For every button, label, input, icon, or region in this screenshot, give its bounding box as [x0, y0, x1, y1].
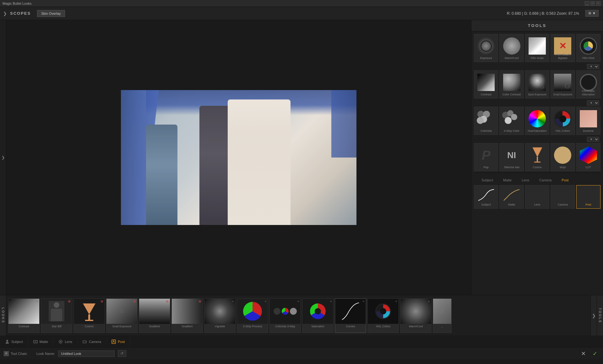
look-item-cosmo[interactable]: ⊗ Cosmo — [73, 298, 105, 333]
grad-exposure-label: Grad Exposure — [553, 93, 573, 96]
look-close-colorista3[interactable]: × — [297, 299, 299, 303]
section-dropdown-1[interactable]: ▼ — [587, 64, 599, 69]
tools-row-3: Colorista 4-Way Color Hue — [474, 107, 600, 135]
photo-color-overlay — [121, 90, 356, 225]
tool-color-contrast[interactable]: Color Contrast — [499, 70, 524, 99]
tool-colorista[interactable]: Colorista — [474, 107, 498, 135]
stage-camera[interactable]: Camera — [78, 336, 106, 347]
look-item-star-bill[interactable]: ⊗ Star Bill — [41, 298, 72, 333]
tab-camera[interactable]: Camera — [534, 176, 557, 184]
looks-strip: LOOKS × Contrast ⊗ Star Bill — [0, 295, 603, 336]
stage-subject-label: Subject — [11, 340, 23, 344]
mojo-icon — [554, 147, 571, 164]
look-name-curves: Curves — [345, 324, 356, 329]
look-item-curves[interactable]: × Curves — [335, 298, 366, 333]
look-close-cosmo[interactable]: ⊗ — [100, 299, 103, 303]
tab-post[interactable]: Post — [557, 176, 573, 184]
mini-camera-label: Camera — [558, 203, 568, 206]
topbar: ❯ SCOPES Skin Overlay R: 0.680 | G: 0.66… — [0, 7, 603, 20]
look-thumb-partial: A — [433, 299, 451, 324]
print-bleach-label: Print, Bleach Bypass — [551, 53, 574, 60]
look-close-warm-cool[interactable]: × — [428, 299, 430, 303]
look-close-gradient2[interactable]: ⊗ — [198, 299, 201, 303]
reset-button[interactable]: ↺ — [118, 350, 126, 357]
tool-film-grain[interactable]: Film Grain — [525, 34, 549, 62]
stage-matte[interactable]: Matte — [28, 336, 54, 347]
tool-hue-sat[interactable]: Hue/Saturation — [525, 107, 549, 135]
tool-duotone[interactable]: Duotone — [576, 107, 600, 135]
exposure-icon — [477, 37, 495, 55]
look-close-curves[interactable]: × — [363, 299, 365, 303]
look-close-hsl[interactable]: × — [395, 299, 397, 303]
look-close-contrast[interactable]: × — [36, 299, 38, 303]
look-item-saturation[interactable]: × Saturation — [302, 298, 334, 333]
tool-grad-exposure[interactable]: Grad Exposure — [551, 70, 575, 99]
look-name-input[interactable] — [58, 351, 115, 357]
tool-spot-exposure[interactable]: Spot Exposure — [525, 70, 549, 99]
section-dropdown-3[interactable]: ▼ — [587, 137, 599, 142]
tool-mini-matte[interactable]: Matte — [499, 185, 524, 209]
close-button[interactable]: × — [596, 1, 600, 6]
tool-lut[interactable]: LUT — [576, 143, 600, 171]
look-item-hsl[interactable]: × HSL Colors — [367, 298, 399, 333]
lut-icon — [580, 147, 597, 164]
look-item-3strip[interactable]: × 3-Strip Process — [237, 298, 268, 333]
left-sidebar-toggle[interactable]: ❯ — [0, 20, 6, 295]
tool-4way-color[interactable]: 4-Way Color — [499, 107, 524, 135]
look-thumb-vignette — [204, 299, 235, 324]
skin-overlay-button[interactable]: Skin Overlay — [37, 10, 65, 17]
tab-matte[interactable]: Matte — [498, 176, 517, 184]
tool-mini-lens[interactable]: Lens — [525, 185, 549, 209]
nav-forward-arrow[interactable]: ❯ — [3, 11, 7, 16]
tool-mini-camera[interactable]: Camera — [551, 185, 575, 209]
look-item-gradient2[interactable]: ⊗ Gradient — [171, 298, 203, 333]
minimize-button[interactable]: _ — [585, 1, 589, 6]
look-close-star-bill[interactable]: ⊗ — [68, 299, 71, 303]
cancel-button[interactable]: ✕ — [579, 350, 588, 357]
maximize-button[interactable]: □ — [590, 1, 595, 6]
look-item-grad-exp[interactable]: G ⊗ Grad Exposure — [106, 298, 138, 333]
tool-cosmo[interactable]: Cosmo — [525, 143, 549, 171]
settings-gear-button[interactable]: ⚙ ▼ — [585, 10, 599, 17]
tool-print-bleach[interactable]: Print, Bleach Bypass — [551, 34, 575, 62]
look-item-partial[interactable]: A ... — [433, 298, 452, 333]
tool-pop[interactable]: P Pop — [474, 143, 498, 171]
tool-telecine[interactable]: NI Telecine Net — [499, 143, 524, 171]
right-sidebar-tools-label[interactable]: TOOLS — [597, 295, 603, 336]
look-item-gradient[interactable]: ⊗ Gradient — [139, 298, 170, 333]
tool-hsl-colors[interactable]: HSL Colors — [551, 107, 575, 135]
tool-warm-cool[interactable]: Warm/Cool — [499, 34, 524, 62]
look-close-saturation[interactable]: × — [330, 299, 332, 303]
look-close-vignette[interactable]: × — [232, 299, 234, 303]
looks-nav-right-arrow[interactable]: ❯ — [590, 295, 597, 336]
film-grain-icon — [529, 37, 546, 55]
look-close-gradient[interactable]: ⊗ — [166, 299, 169, 303]
stage-post[interactable]: Post — [106, 336, 130, 347]
tool-contrast[interactable]: Contrast — [474, 70, 498, 99]
look-name-gradient: Gradient — [149, 324, 161, 329]
tool-mini-subject[interactable]: Subject — [474, 185, 498, 209]
tool-exposure[interactable]: Exposure — [474, 34, 498, 62]
look-item-vignette[interactable]: × Vignette — [204, 298, 236, 333]
film-grain-label: Film Grain — [531, 56, 544, 60]
look-thumb-grad-exp: G — [106, 299, 137, 324]
look-thumb-warm-cool — [400, 299, 431, 324]
tool-film-print[interactable]: Film Print — [576, 34, 600, 62]
preview-area — [6, 20, 471, 295]
stage-subject[interactable]: Subject — [0, 336, 28, 347]
svg-rect-2 — [534, 162, 541, 163]
ok-button[interactable]: ✓ — [591, 350, 599, 357]
tool-mini-post[interactable]: Post — [576, 185, 600, 209]
section-dropdown-2[interactable]: ▼ — [587, 100, 599, 105]
look-item-warm-cool[interactable]: × Warm/Cool — [400, 298, 432, 333]
tool-mojo[interactable]: Mojo — [551, 143, 575, 171]
tab-subject[interactable]: Subject — [476, 176, 498, 184]
look-close-grad-exp[interactable]: ⊗ — [133, 299, 136, 303]
svg-marker-0 — [533, 147, 542, 157]
look-item-contrast[interactable]: × Contrast — [8, 298, 40, 333]
look-close-3strip[interactable]: × — [265, 299, 267, 303]
look-item-colorista3[interactable]: × Colorista 3-Way — [269, 298, 301, 333]
stage-lens[interactable]: Lens — [53, 336, 78, 347]
tab-lens[interactable]: Lens — [517, 176, 534, 184]
tool-chromatic[interactable]: Chromatic Aberration — [576, 70, 600, 99]
